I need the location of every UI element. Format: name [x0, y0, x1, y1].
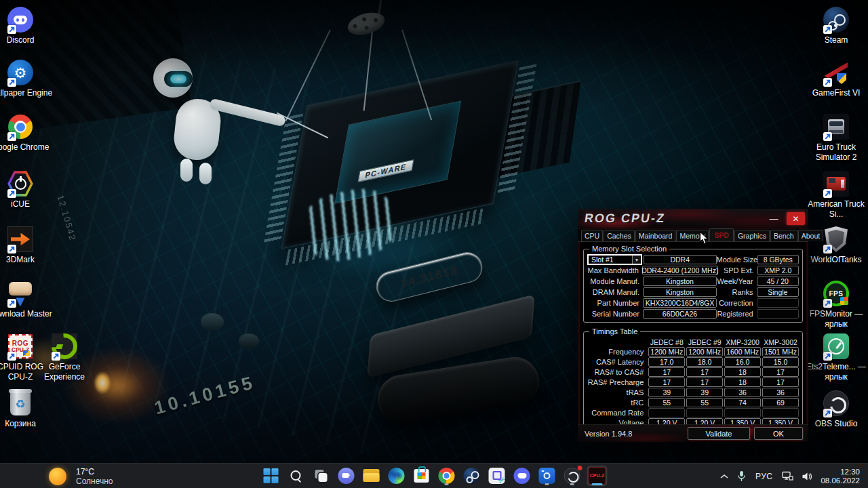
timing-cell: 15.0 — [762, 357, 799, 367]
field-label: DRAM Manuf. — [587, 288, 643, 296]
timing-cell: 17 — [762, 367, 799, 377]
spd-ext-field: XMP 2.0 — [757, 266, 799, 275]
tab-bench[interactable]: Bench — [770, 230, 797, 241]
timing-cell: 17 — [762, 378, 799, 387]
column-header: JEDEC #9 — [686, 338, 723, 346]
desktop-icon-label: GeForce Experience — [32, 362, 97, 382]
language-indicator[interactable]: РУС — [750, 466, 778, 487]
serial-number-field: 66D0CA26 — [643, 309, 717, 319]
running-indicator — [570, 483, 574, 485]
search-icon — [289, 468, 304, 483]
desktop-icon-fpsmonitor[interactable]: FPS FPSMonitor — ярлык — [804, 279, 868, 329]
recycle-bin-icon: ♻ — [10, 391, 31, 415]
desktop-icon-ets2[interactable]: Euro Truck Simulator 2 — [804, 113, 868, 163]
clock-widget[interactable]: 12:30 08.06.2022 — [816, 468, 868, 485]
microsoft-store-button[interactable] — [412, 466, 432, 486]
tray-overflow-button[interactable] — [715, 466, 733, 487]
field-label-disabled: Registered — [717, 310, 757, 318]
store-icon — [414, 469, 429, 483]
slot-select-dropdown[interactable]: Slot #1 ▼ — [587, 254, 642, 265]
desktop-icon-obs[interactable]: OBS Studio — [804, 389, 868, 429]
screenshot-tool-button[interactable] — [537, 466, 557, 486]
desktop-icon-ats[interactable]: American Truck Si... — [804, 169, 868, 220]
folder-icon — [363, 469, 380, 482]
tab-spd[interactable]: SPD — [709, 228, 734, 241]
timings-table-group: Timings Table JEDEC #8 JEDEC #9 XMP-3200… — [583, 331, 803, 432]
ok-button[interactable]: OK — [754, 427, 803, 440]
shortcut-arrow-icon — [823, 245, 832, 253]
cpuz-titlebar[interactable]: ROG CPU-Z — ✕ — [578, 209, 808, 229]
field-label: Max Bandwidth — [587, 266, 642, 274]
file-explorer-button[interactable] — [361, 466, 382, 486]
obs-taskbar-button[interactable] — [562, 466, 583, 486]
timing-cell: 18 — [724, 367, 761, 377]
discord-icon — [514, 468, 530, 484]
edge-button[interactable] — [387, 466, 407, 486]
timing-cell — [648, 408, 685, 418]
shortcut-arrow-icon — [823, 299, 832, 308]
desktop-icon-3dmark[interactable]: 3DMark — [0, 225, 53, 265]
module-size-field: 8 GBytes — [757, 255, 800, 264]
search-button[interactable] — [286, 466, 307, 486]
desktop-icon-label: Корзина — [0, 419, 53, 429]
timing-cell: 17 — [648, 367, 685, 377]
timing-cell — [686, 408, 723, 418]
chat-button[interactable] — [336, 466, 357, 486]
desktop-icon-steam[interactable]: Steam — [804, 5, 868, 45]
chrome-taskbar-button[interactable] — [437, 466, 457, 486]
notification-badge — [577, 465, 583, 471]
screenshot-tool-icon — [539, 468, 555, 484]
running-indicator — [445, 483, 449, 485]
tab-cpu[interactable]: CPU — [581, 230, 603, 241]
close-button[interactable]: ✕ — [787, 212, 805, 225]
timing-cell — [762, 408, 799, 418]
speaker-icon — [802, 472, 812, 481]
cpuz-taskbar-button[interactable]: CPU-Z — [587, 466, 608, 486]
dropdown-arrow-icon[interactable]: ▼ — [632, 256, 641, 264]
dram-manuf-field: Kingston — [643, 287, 717, 297]
running-indicator — [545, 483, 549, 485]
tray-date: 08.06.2022 — [821, 476, 860, 485]
timing-cell: 55 — [686, 398, 723, 407]
task-view-button[interactable] — [311, 466, 332, 486]
microphone-tray-button[interactable] — [733, 466, 750, 487]
desktop-icon-google-chrome[interactable]: Google Chrome — [0, 113, 53, 152]
field-label: Week/Year — [717, 277, 757, 285]
tab-about[interactable]: About — [798, 230, 823, 241]
desktop-icon-geforce-experience[interactable]: GeForce Experience — [32, 332, 97, 382]
week-year-field: 45 / 20 — [757, 277, 799, 286]
timing-cell: 17.0 — [648, 357, 685, 367]
group-title: Memory Slot Selection — [589, 245, 669, 253]
desktop-icon-label: Discord — [0, 35, 53, 45]
desktop-icon-ets2telemetry[interactable]: Ets2Teleme... — ярлык — [804, 332, 868, 382]
chat-icon — [338, 468, 355, 484]
weather-widget[interactable]: 17°C Солнечно — [49, 464, 113, 488]
timing-cell: 69 — [762, 398, 799, 407]
network-tray-button[interactable] — [778, 466, 797, 487]
minimize-button[interactable]: — — [765, 214, 783, 224]
desktop-icon-wallpaper-engine[interactable]: ⚙ Wallpaper Engine — [0, 58, 53, 98]
video-editor-button[interactable]: ✂ — [487, 466, 507, 486]
desktop-icon-gamefirst[interactable]: GameFirst VI — [804, 58, 868, 98]
field-label: SPD Ext. — [718, 266, 757, 274]
steam-taskbar-button[interactable] — [462, 466, 482, 486]
column-header: XMP-3200 — [724, 338, 761, 346]
volume-tray-button[interactable] — [797, 466, 816, 487]
start-button[interactable] — [261, 466, 281, 486]
tab-graphics[interactable]: Graphics — [734, 230, 770, 241]
discord-taskbar-button[interactable] — [512, 466, 532, 486]
shortcut-arrow-icon — [7, 78, 16, 87]
tab-caches[interactable]: Caches — [604, 230, 635, 241]
validate-button[interactable]: Validate — [688, 427, 750, 440]
desktop-icon-download-master[interactable]: ▼ Download Master — [0, 279, 53, 319]
tab-mainboard[interactable]: Mainboard — [635, 230, 676, 241]
field-label-disabled: Correction — [717, 299, 757, 307]
shortcut-arrow-icon — [7, 189, 16, 198]
desktop-icon-discord[interactable]: Discord — [0, 5, 53, 45]
sun-icon — [49, 468, 66, 485]
desktop-icon-icue[interactable]: iCUE — [0, 169, 53, 209]
cpuz-window: ROG CPU-Z — ✕ CPU Caches Mainboard Memor… — [578, 209, 808, 442]
desktop-icon-recycle-bin[interactable]: ♻ Корзина — [0, 389, 53, 429]
cpuz-tab-bar: CPU Caches Mainboard Memory SPD Graphics… — [578, 229, 808, 242]
shortcut-arrow-icon — [7, 352, 16, 361]
